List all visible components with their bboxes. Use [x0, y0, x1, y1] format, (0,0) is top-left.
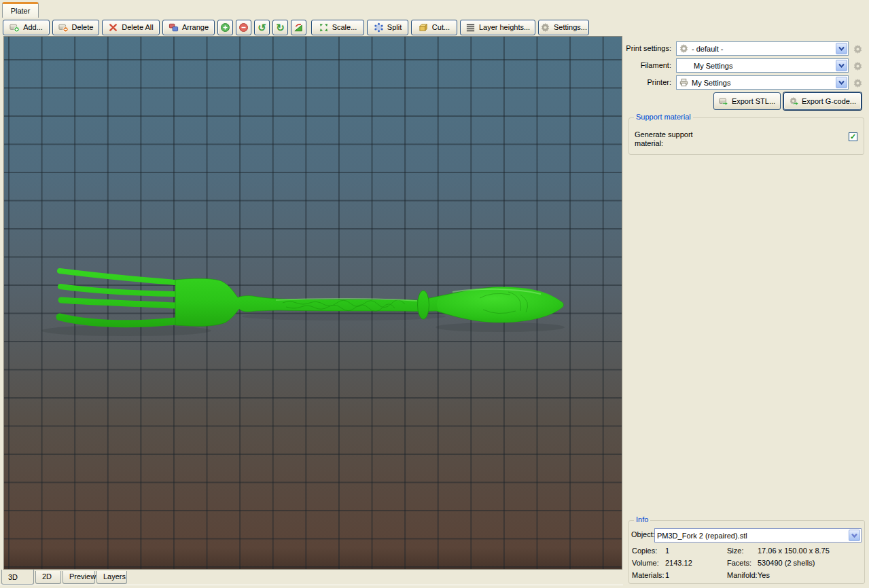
settings-button[interactable]: Settings...: [538, 20, 589, 35]
rotate-ccw-button[interactable]: ↺: [254, 20, 270, 35]
cut-button[interactable]: Cut...: [411, 20, 457, 35]
volume-value: 2143.12: [665, 559, 692, 567]
gear-icon: [540, 22, 550, 33]
chevron-down-icon[interactable]: [836, 77, 847, 88]
manifold-value: Yes: [758, 571, 770, 579]
print-settings-combobox[interactable]: - default -: [676, 41, 849, 56]
printer-value: My Settings: [692, 79, 730, 87]
materials-value: 1: [665, 571, 669, 579]
split-icon: [374, 22, 384, 33]
3d-viewport[interactable]: [3, 36, 622, 570]
arrange-button[interactable]: Arrange: [162, 20, 215, 35]
copies-label: Copies:: [632, 547, 657, 555]
minus-circle-icon: [238, 22, 249, 33]
facets-value: 530490 (2 shells): [758, 559, 815, 567]
info-title: Info: [634, 515, 650, 523]
tab-preview-label: Preview: [69, 572, 96, 581]
tab-preview[interactable]: Preview: [63, 571, 95, 584]
export-gcode-button[interactable]: Export G-code...: [783, 92, 862, 110]
copies-value: 1: [665, 547, 669, 555]
cut-icon: [419, 22, 429, 33]
size-label: Size:: [727, 547, 743, 555]
layer-heights-button[interactable]: Layer heights...: [460, 20, 535, 35]
printer-icon: [679, 77, 689, 88]
export-stl-icon: [719, 96, 729, 107]
gear-icon: [853, 61, 863, 71]
print-settings-gear-button[interactable]: [851, 42, 864, 56]
delete-all-button-label: Delete All: [122, 23, 153, 31]
arrange-button-label: Arrange: [182, 23, 209, 31]
tab-plater[interactable]: Plater: [2, 2, 39, 18]
rotate-cw-icon: ↻: [276, 22, 285, 33]
generate-support-checkbox[interactable]: ✓: [849, 132, 857, 141]
print-settings-label: Print settings:: [625, 41, 671, 56]
settings-button-label: Settings...: [554, 23, 587, 31]
scale-icon: [319, 22, 329, 33]
tab-layers[interactable]: Layers: [96, 571, 127, 584]
scale-button[interactable]: Scale...: [311, 20, 364, 35]
delete-button-label: Delete: [72, 23, 94, 31]
split-button-label: Split: [387, 23, 402, 31]
filament-gear-button[interactable]: [851, 59, 864, 73]
print-settings-value: - default -: [692, 45, 723, 53]
model-shadow: [436, 323, 565, 332]
object-value: PM3D_Fork 2 (repaired).stl: [657, 532, 747, 540]
increase-copies-button[interactable]: [217, 20, 233, 35]
gear-icon: [853, 44, 863, 54]
info-group: Info Object: PM3D_Fork 2 (repaired).stl …: [628, 520, 865, 584]
printer-label: Printer:: [625, 75, 671, 90]
delete-object-icon: [58, 22, 69, 33]
view-tabs: 3D 2D Preview Layers: [1, 570, 127, 585]
export-stl-button[interactable]: Export STL...: [713, 92, 781, 110]
manifold-label: Manifold:: [727, 571, 758, 579]
model-fork[interactable]: [4, 37, 622, 569]
split-button[interactable]: Split: [367, 20, 408, 35]
rotate-cw-button[interactable]: ↻: [272, 20, 288, 35]
printer-gear-button[interactable]: [851, 76, 864, 90]
size-value: 17.06 x 150.00 x 8.75: [758, 547, 830, 555]
add-button-label: Add...: [23, 23, 43, 31]
facets-label: Facets:: [727, 559, 751, 567]
tab-plater-label: Plater: [11, 7, 31, 15]
tab-2d[interactable]: 2D: [35, 571, 61, 584]
object-combobox[interactable]: PM3D_Fork 2 (repaired).stl: [654, 528, 862, 543]
tab-3d-label: 3D: [8, 573, 18, 581]
arrange-icon: [169, 22, 179, 33]
printer-combobox[interactable]: My Settings: [676, 75, 849, 90]
checkmark-icon: ✓: [850, 133, 856, 141]
decrease-copies-button[interactable]: [236, 20, 251, 35]
toolbar: Add... Delete Delete All Arrange ↺ ↻ Sca…: [3, 19, 589, 35]
gear-icon: [853, 78, 863, 88]
support-material-title: Support material: [634, 113, 693, 121]
slic3r-plater-window: { "top_tabs": [ { "label": "Plater" } ],…: [0, 0, 869, 588]
filament-label: Filament:: [625, 58, 671, 73]
delete-button[interactable]: Delete: [52, 20, 99, 35]
change-scale-icon: [294, 22, 304, 33]
export-stl-label: Export STL...: [732, 97, 775, 105]
add-object-icon: [10, 22, 20, 33]
filament-value: My Settings: [694, 62, 732, 70]
chevron-down-icon[interactable]: [849, 530, 860, 541]
tab-3d[interactable]: 3D: [1, 570, 34, 585]
change-scale-button[interactable]: [291, 20, 306, 35]
rotate-ccw-icon: ↺: [258, 22, 266, 33]
scale-button-label: Scale...: [332, 23, 357, 31]
object-label: Object:: [631, 530, 655, 538]
volume-label: Volume:: [632, 559, 659, 567]
export-gcode-label: Export G-code...: [802, 97, 856, 105]
model-shadow: [242, 312, 446, 320]
chevron-down-icon[interactable]: [836, 43, 847, 54]
chevron-down-icon[interactable]: [836, 60, 847, 71]
filament-combobox[interactable]: My Settings: [676, 58, 849, 73]
materials-label: Materials:: [632, 571, 664, 579]
generate-support-label: Generate support material:: [635, 130, 709, 148]
layer-heights-button-label: Layer heights...: [479, 23, 530, 31]
add-button[interactable]: Add...: [3, 20, 50, 35]
cut-button-label: Cut...: [432, 23, 450, 31]
export-gcode-icon: [789, 96, 799, 107]
fork-collar: [418, 291, 429, 319]
delete-all-icon: [108, 22, 118, 33]
delete-all-button[interactable]: Delete All: [102, 20, 160, 35]
tab-2d-label: 2D: [42, 572, 52, 581]
status-strip: [0, 585, 623, 588]
